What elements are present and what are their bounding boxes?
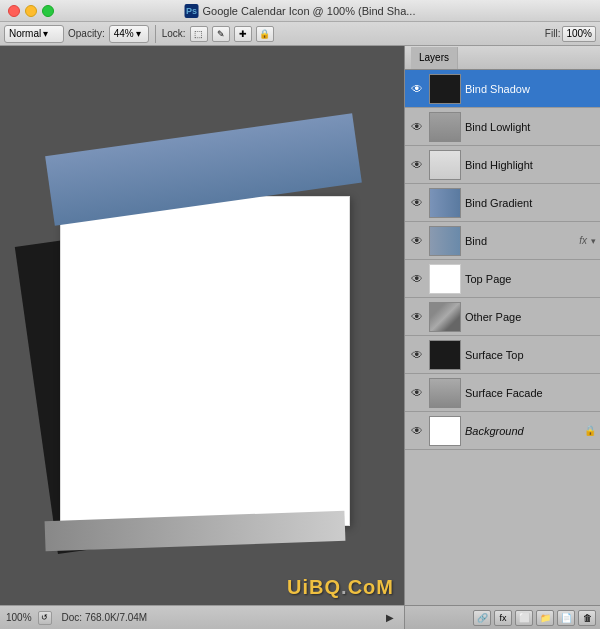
layers-footer: 🔗 fx ⬜ 📁 📄 🗑 — [405, 605, 600, 629]
layer-thumbnail — [429, 378, 461, 408]
layers-panel: Layers 👁 Bind Shadow 👁 Bind Lowlight — [404, 46, 600, 629]
canvas-footer: 100% ↺ Doc: 768.0K/7.04M ▶ — [0, 605, 404, 629]
layer-row[interactable]: 👁 Bind Lowlight — [405, 108, 600, 146]
layer-name: Surface Top — [465, 349, 596, 361]
layer-name: Bind — [465, 235, 575, 247]
zoom-button[interactable] — [42, 5, 54, 17]
layer-fx-icon: fx — [579, 235, 587, 246]
layer-row[interactable]: 👁 Surface Top — [405, 336, 600, 374]
fill-section: Fill: 100% — [545, 26, 596, 42]
zoom-display: 100% — [6, 612, 32, 623]
minimize-button[interactable] — [25, 5, 37, 17]
layer-thumbnail — [429, 226, 461, 256]
visibility-icon[interactable]: 👁 — [409, 347, 425, 363]
layer-row[interactable]: 👁 Background 🔒 — [405, 412, 600, 450]
layer-row[interactable]: 👁 Bind Shadow — [405, 70, 600, 108]
lock-label: Lock: — [162, 28, 186, 39]
watermark: UiBQ.CoM — [287, 576, 394, 599]
layers-list: 👁 Bind Shadow 👁 Bind Lowlight 👁 Bind Hig… — [405, 70, 600, 605]
lock-btn-1[interactable]: ⬚ — [190, 26, 208, 42]
separator — [155, 25, 156, 43]
layer-name: Background — [465, 425, 580, 437]
layers-tabs: Layers — [411, 47, 458, 69]
layer-thumbnail — [429, 264, 461, 294]
layer-name: Other Page — [465, 311, 596, 323]
artwork-container — [15, 56, 385, 566]
mode-dropdown[interactable]: Normal ▾ — [4, 25, 64, 43]
layer-name: Top Page — [465, 273, 596, 285]
lock-btn-4[interactable]: 🔒 — [256, 26, 274, 42]
layer-thumbnail — [429, 150, 461, 180]
canvas-area[interactable]: 100% ↺ Doc: 768.0K/7.04M ▶ UiBQ.CoM — [0, 46, 404, 629]
layer-row[interactable]: 👁 Other Page — [405, 298, 600, 336]
layer-name: Surface Facade — [465, 387, 596, 399]
lock-btn-2[interactable]: ✎ — [212, 26, 230, 42]
visibility-icon[interactable]: 👁 — [409, 81, 425, 97]
layer-thumbnail — [429, 74, 461, 104]
traffic-lights — [8, 5, 54, 17]
ps-icon: Ps — [185, 4, 199, 18]
visibility-icon[interactable]: 👁 — [409, 385, 425, 401]
layer-thumbnail — [429, 302, 461, 332]
title-bar-title: Ps Google Calendar Icon @ 100% (Bind Sha… — [185, 4, 416, 18]
options-bar: Normal ▾ Opacity: 44% ▾ Lock: ⬚ ✎ ✚ 🔒 Fi… — [0, 22, 600, 46]
delete-layer-button[interactable]: 🗑 — [578, 610, 596, 626]
visibility-icon[interactable]: 👁 — [409, 233, 425, 249]
layer-row[interactable]: 👁 Bind Gradient — [405, 184, 600, 222]
app-window: Ps Google Calendar Icon @ 100% (Bind Sha… — [0, 0, 600, 629]
layer-name: Bind Gradient — [465, 197, 596, 209]
new-group-button[interactable]: 📁 — [536, 610, 554, 626]
layer-row[interactable]: 👁 Bind Highlight — [405, 146, 600, 184]
artwork-page — [60, 196, 350, 526]
layer-thumbnail — [429, 340, 461, 370]
layer-row[interactable]: 👁 Bind fx ▾ — [405, 222, 600, 260]
layer-thumbnail — [429, 416, 461, 446]
fill-input[interactable]: 100% — [562, 26, 596, 42]
layer-name: Bind Highlight — [465, 159, 596, 171]
layers-header: Layers — [405, 46, 600, 70]
title-bar: Ps Google Calendar Icon @ 100% (Bind Sha… — [0, 0, 600, 22]
add-style-button[interactable]: fx — [494, 610, 512, 626]
layer-row[interactable]: 👁 Surface Facade — [405, 374, 600, 412]
visibility-icon[interactable]: 👁 — [409, 423, 425, 439]
link-layers-button[interactable]: 🔗 — [473, 610, 491, 626]
layer-name: Bind Lowlight — [465, 121, 596, 133]
fill-label: Fill: — [545, 28, 561, 39]
add-mask-button[interactable]: ⬜ — [515, 610, 533, 626]
canvas-bg — [0, 46, 404, 605]
tab-layers[interactable]: Layers — [411, 47, 458, 69]
lock-btn-3[interactable]: ✚ — [234, 26, 252, 42]
new-layer-button[interactable]: 📄 — [557, 610, 575, 626]
visibility-icon[interactable]: 👁 — [409, 195, 425, 211]
visibility-icon[interactable]: 👁 — [409, 271, 425, 287]
lock-icon: 🔒 — [584, 425, 596, 436]
layer-name: Bind Shadow — [465, 83, 596, 95]
layer-thumbnail — [429, 112, 461, 142]
opacity-label: Opacity: — [68, 28, 105, 39]
layer-thumbnail — [429, 188, 461, 218]
content-area: 100% ↺ Doc: 768.0K/7.04M ▶ UiBQ.CoM Laye… — [0, 46, 600, 629]
footer-arrow[interactable]: ▶ — [386, 612, 398, 624]
visibility-icon[interactable]: 👁 — [409, 309, 425, 325]
doc-info: Doc: 768.0K/7.04M — [62, 612, 148, 623]
history-icon[interactable]: ↺ — [38, 611, 52, 625]
visibility-icon[interactable]: 👁 — [409, 119, 425, 135]
opacity-input[interactable]: 44% ▾ — [109, 25, 149, 43]
close-button[interactable] — [8, 5, 20, 17]
layer-row[interactable]: 👁 Top Page — [405, 260, 600, 298]
visibility-icon[interactable]: 👁 — [409, 157, 425, 173]
